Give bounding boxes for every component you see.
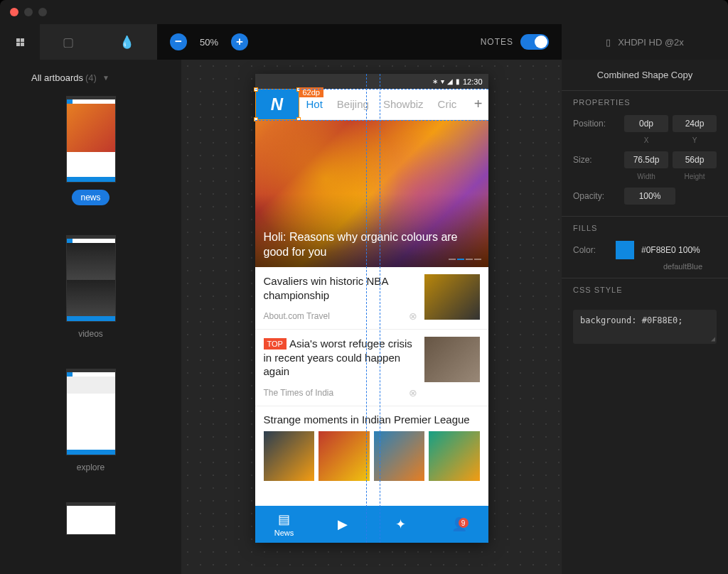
item-source: The Times of India xyxy=(264,388,334,398)
hero-pagination xyxy=(449,259,481,260)
artboards-grid-icon[interactable] xyxy=(16,38,24,46)
window-close-button[interactable] xyxy=(10,8,18,16)
position-y[interactable]: 24dp xyxy=(673,115,717,132)
color-name: defaultBlue xyxy=(573,262,717,271)
prop-label: Position: xyxy=(573,119,624,129)
color-swatch[interactable] xyxy=(616,241,634,259)
hero-card[interactable]: Holi: Reasons why organic colours are go… xyxy=(255,120,488,267)
dismiss-icon[interactable]: ⊗ xyxy=(409,310,417,322)
phone-artboard[interactable]: ∗ ▾ ◢ ▮ 12:30 N 62dp Hot xyxy=(255,74,488,543)
gallery-item[interactable] xyxy=(318,431,370,481)
tab-cricket[interactable]: Cric xyxy=(431,98,464,110)
zoom-in-button[interactable]: + xyxy=(231,33,248,50)
zoom-level[interactable]: 50% xyxy=(200,37,218,48)
artboard-label-active[interactable]: news xyxy=(72,190,109,205)
prop-label: Opacity: xyxy=(573,191,624,201)
statusbar-time: 12:30 xyxy=(463,77,483,86)
item-thumbnail xyxy=(424,337,480,382)
measurement-label: 62dp xyxy=(299,87,323,97)
chevron-down-icon: ▼ xyxy=(102,74,109,82)
bluetooth-icon: ∗ xyxy=(432,77,438,85)
notification-badge: 9 xyxy=(459,518,469,528)
toolbar: ▢ 💧 − 50% + NOTES ▯ XHDPI HD @2x xyxy=(0,24,728,60)
sidebar-header[interactable]: All artboards (4) ▼ xyxy=(10,72,171,83)
window-minimize-button[interactable] xyxy=(24,8,33,16)
hero-title: Holi: Reasons why organic colours are go… xyxy=(264,230,460,260)
artboard-thumb-videos[interactable] xyxy=(66,235,116,322)
device-selector[interactable]: XHDPI HD @2x xyxy=(618,37,684,48)
gallery-section: Strange moments in Indian Premier League xyxy=(255,406,488,485)
zoom-out-button[interactable]: − xyxy=(170,33,187,50)
tab-showbiz[interactable]: Showbiz xyxy=(376,98,431,110)
prop-label: Size: xyxy=(573,155,624,165)
artboard-thumb-news[interactable] xyxy=(66,96,116,183)
artboard-label: explore xyxy=(77,462,105,472)
properties-header: PROPERTIES xyxy=(573,98,717,107)
dismiss-icon[interactable]: ⊗ xyxy=(409,387,417,399)
properties-panel: Combined Shape Copy PROPERTIES Position:… xyxy=(562,60,728,574)
titlebar xyxy=(0,0,728,24)
artboard-thumb-explore[interactable] xyxy=(66,369,116,455)
news-icon: ▤ xyxy=(278,511,290,527)
css-style-output[interactable]: background: #0F88E0; ◢ xyxy=(573,310,717,344)
list-item[interactable]: TOPAsia's worst refugee crisis in recent… xyxy=(255,330,488,406)
notes-label: NOTES xyxy=(481,37,513,47)
item-title: Cavaliers win historic NBA championship xyxy=(264,274,417,302)
selection-outline xyxy=(255,89,299,120)
tab-hot[interactable]: Hot xyxy=(299,98,330,110)
prop-label: Color: xyxy=(573,245,609,255)
wifi-icon: ▾ xyxy=(441,77,444,85)
section-title: Strange moments in Indian Premier League xyxy=(264,413,480,426)
position-x[interactable]: 0dp xyxy=(624,115,668,132)
artboard-thumb-partial[interactable] xyxy=(66,502,116,535)
item-thumbnail xyxy=(424,274,480,320)
window-maximize-button[interactable] xyxy=(38,8,47,16)
note-icon[interactable]: ▢ xyxy=(63,35,74,50)
size-height[interactable]: 56dp xyxy=(673,151,717,168)
add-tab-icon[interactable]: + xyxy=(474,96,483,112)
top-badge: TOP xyxy=(264,338,287,350)
compass-icon: ✦ xyxy=(395,516,406,532)
gallery-item[interactable] xyxy=(374,431,425,481)
size-width[interactable]: 76.5dp xyxy=(624,151,668,168)
color-value[interactable]: #0F88E0 100% xyxy=(641,245,700,255)
css-header: CSS STYLE xyxy=(573,286,717,294)
canvas[interactable]: ∗ ▾ ◢ ▮ 12:30 N 62dp Hot xyxy=(181,60,562,574)
gallery-item[interactable] xyxy=(264,431,315,481)
battery-icon: ▮ xyxy=(456,77,460,85)
opacity-value[interactable]: 100% xyxy=(624,188,675,205)
phone-statusbar: ∗ ▾ ◢ ▮ 12:30 xyxy=(255,74,488,89)
artboards-sidebar: All artboards (4) ▼ news videos explore xyxy=(0,60,181,574)
resize-handle-icon[interactable]: ◢ xyxy=(711,335,715,342)
nav-profile[interactable]: 👤 9 xyxy=(430,516,488,532)
tab-beijing[interactable]: Beijing xyxy=(330,98,376,110)
phone-bottom-nav: ▤ News ▶ ✦ 👤 9 xyxy=(255,506,488,543)
device-icon: ▯ xyxy=(606,37,611,48)
item-source: About.com Travel xyxy=(264,311,330,321)
notes-toggle[interactable] xyxy=(520,34,549,50)
phone-tabbar: N 62dp Hot Beijing Showbiz Cric + xyxy=(255,89,488,120)
artboard-label: videos xyxy=(78,329,103,339)
play-icon: ▶ xyxy=(338,516,348,532)
nav-news[interactable]: ▤ News xyxy=(255,511,314,537)
colors-icon[interactable]: 💧 xyxy=(119,35,134,50)
selection-name: Combined Shape Copy xyxy=(562,60,728,90)
app-logo[interactable]: N xyxy=(255,89,299,120)
list-item[interactable]: Cavaliers win historic NBA championship … xyxy=(255,267,488,330)
nav-explore[interactable]: ✦ xyxy=(372,516,430,532)
item-title: TOPAsia's worst refugee crisis in recent… xyxy=(264,337,417,379)
gallery-item[interactable] xyxy=(429,431,480,481)
fills-header: FILLS xyxy=(573,224,717,232)
nav-videos[interactable]: ▶ xyxy=(314,516,372,532)
signal-icon: ◢ xyxy=(447,77,453,85)
